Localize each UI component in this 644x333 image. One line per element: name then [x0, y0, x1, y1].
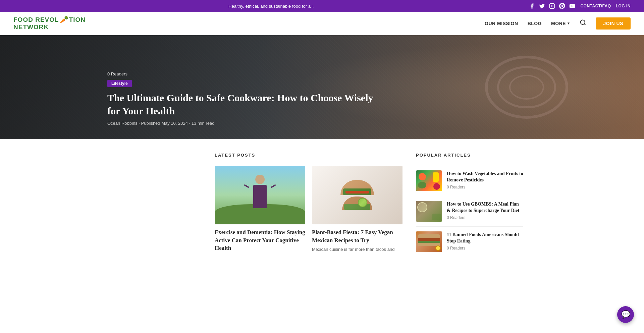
popular-article-banned-thumb: [416, 231, 442, 252]
popular-articles-section: POPULAR ARTICLES: [416, 153, 523, 257]
search-button[interactable]: [580, 19, 586, 27]
gbombs-rect: [432, 214, 441, 220]
main-nav: OUR MISSION BLOG MORE ▼ JOIN US: [485, 17, 631, 30]
gbombs-visual: [416, 201, 442, 222]
veg-tomato: [419, 173, 426, 180]
hero-title[interactable]: The Ultimate Guide to Safe Cookware: How…: [107, 91, 376, 117]
banned-visual: [416, 231, 442, 252]
svg-point-7: [510, 75, 543, 99]
popular-article-banned-title: 11 Banned Foods Americans Should Stop Ea…: [447, 231, 523, 244]
hero-author: Ocean Robbins: [107, 121, 138, 126]
burger-patty: [418, 238, 440, 241]
popular-article-banned-content: 11 Banned Foods Americans Should Stop Ea…: [447, 231, 523, 251]
hero-meta: Ocean Robbins · Published May 10, 2024 ·…: [107, 121, 376, 126]
nav-more[interactable]: MORE ▼: [551, 21, 570, 26]
fries-icon: [435, 245, 441, 251]
top-bar-tagline: Healthy, ethical, and sustainable food f…: [13, 4, 529, 9]
contact-faq-link[interactable]: CONTACT/FAQ: [580, 4, 611, 8]
vegetables-visual: [416, 170, 442, 191]
post-card-tacos-excerpt: Mexican cuisine is far more than tacos a…: [312, 246, 402, 253]
nav-our-mission[interactable]: OUR MISSION: [485, 21, 518, 26]
top-bar-links: CONTACT/FAQ LOG IN: [580, 4, 631, 8]
taco-shapes: [340, 180, 374, 210]
hero-category-badge[interactable]: Lifestyle: [107, 80, 132, 87]
popular-articles-header: POPULAR ARTICLES: [416, 153, 523, 158]
pinterest-icon[interactable]: [559, 3, 566, 9]
section-divider: [260, 155, 402, 155]
post-card-exercise-title[interactable]: Exercise and Dementia: How Staying Activ…: [215, 228, 305, 252]
facebook-icon[interactable]: [529, 3, 535, 9]
svg-point-3: [581, 20, 585, 24]
popular-article-vegetables-content: How to Wash Vegetables and Fruits to Rem…: [447, 170, 523, 189]
gbombs-thumb-image: [416, 201, 442, 222]
top-bar-right: CONTACT/FAQ LOG IN: [529, 3, 631, 9]
burger-lettuce: [418, 241, 440, 243]
youtube-icon[interactable]: [569, 3, 576, 9]
latest-posts-section: LATEST POSTS: [215, 153, 402, 257]
hero-section: 0 Readers Lifestyle The Ultimate Guide t…: [0, 35, 644, 139]
tacos-image: [312, 166, 402, 224]
join-us-button[interactable]: JOIN US: [596, 17, 631, 30]
popular-article-vegetables-title: How to Wash Vegetables and Fruits to Rem…: [447, 170, 523, 183]
logo-carrot-icon: 🥕: [59, 16, 69, 23]
elder-body: [253, 185, 267, 208]
logo-network: NETWORK: [13, 23, 86, 31]
veg-red: [433, 183, 440, 190]
elder-head: [255, 175, 265, 184]
popular-article-gbombs[interactable]: How to Use GBOMBS: A Meal Plan & Recipes…: [416, 196, 523, 227]
popular-article-gbombs-title: How to Use GBOMBS: A Meal Plan & Recipes…: [447, 201, 523, 214]
gbombs-circle: [417, 202, 427, 212]
elder-image: [215, 166, 305, 224]
post-card-tacos-title[interactable]: Plant-Based Fiesta: 7 Easy Vegan Mexican…: [312, 228, 402, 244]
veg-pepper: [433, 172, 439, 182]
nav-blog[interactable]: BLOG: [528, 21, 542, 26]
social-icons: [529, 3, 576, 9]
popular-article-gbombs-readers: 0 Readers: [447, 215, 523, 220]
svg-rect-0: [550, 4, 555, 9]
popular-article-banned[interactable]: 11 Banned Foods Americans Should Stop Ea…: [416, 227, 523, 257]
burger-bun-top: [418, 234, 440, 238]
post-card-tacos-image: [312, 166, 402, 224]
hero-read-time: 13 min read: [192, 121, 215, 126]
latest-posts-header: LATEST POSTS: [215, 153, 402, 158]
elder-figure: [247, 175, 273, 222]
popular-article-vegetables-readers: 0 Readers: [447, 185, 523, 189]
post-card-exercise[interactable]: Exercise and Dementia: How Staying Activ…: [215, 166, 305, 254]
logo[interactable]: FOOD REVOL 🥕 TION NETWORK: [13, 16, 86, 31]
post-card-exercise-image: [215, 166, 305, 224]
svg-line-4: [584, 24, 586, 25]
popular-article-vegetables[interactable]: How to Wash Vegetables and Fruits to Rem…: [416, 166, 523, 196]
post-card-tacos[interactable]: Plant-Based Fiesta: 7 Easy Vegan Mexican…: [312, 166, 402, 254]
popular-article-banned-readers: 0 Readers: [447, 246, 523, 251]
hero-decorative: [476, 49, 577, 127]
top-bar: Healthy, ethical, and sustainable food f…: [0, 0, 644, 12]
lime-slice: [358, 198, 367, 207]
taco-shell-2: [342, 197, 372, 210]
taco-shell: [340, 180, 374, 195]
main-content: LATEST POSTS: [107, 139, 537, 271]
banned-thumb-image: [416, 231, 442, 252]
hero-readers-count: 0 Readers: [107, 71, 376, 76]
veg-green: [418, 182, 426, 188]
logo-tion: TION: [69, 16, 86, 23]
popular-article-gbombs-thumb: [416, 201, 442, 222]
popular-article-vegetables-thumb: [416, 170, 442, 191]
logo-food: FOOD REVOL: [13, 16, 59, 23]
latest-posts-title: LATEST POSTS: [215, 153, 255, 158]
logo-text: FOOD REVOL 🥕 TION NETWORK: [13, 16, 86, 31]
popular-articles-title: POPULAR ARTICLES: [416, 153, 471, 158]
vegetables-thumb-image: [416, 170, 442, 191]
log-in-link[interactable]: LOG IN: [616, 4, 631, 8]
taco-tomato: [345, 191, 369, 193]
svg-point-6: [498, 67, 555, 107]
instagram-icon[interactable]: [549, 3, 555, 9]
post-cards-grid: Exercise and Dementia: How Staying Activ…: [215, 166, 402, 254]
popular-article-gbombs-content: How to Use GBOMBS: A Meal Plan & Recipes…: [447, 201, 523, 220]
header: FOOD REVOL 🥕 TION NETWORK OUR MISSION BL…: [0, 12, 644, 35]
popular-articles-list: How to Wash Vegetables and Fruits to Rem…: [416, 166, 523, 257]
hero-published: Published May 10, 2024: [141, 121, 187, 126]
twitter-icon[interactable]: [539, 3, 545, 9]
chevron-down-icon: ▼: [567, 21, 570, 25]
hero-content: 0 Readers Lifestyle The Ultimate Guide t…: [107, 71, 376, 126]
